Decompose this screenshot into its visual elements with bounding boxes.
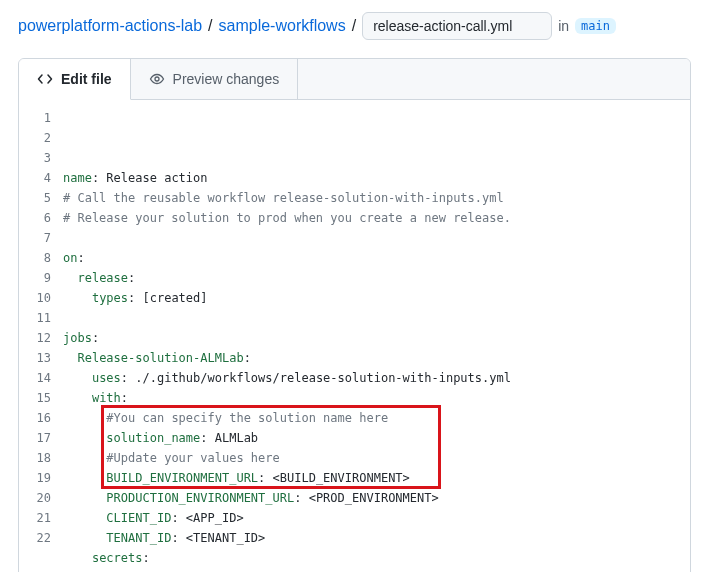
code-line: #You can specify the solution name here	[63, 408, 690, 428]
code-line: # Release your solution to prod when you…	[63, 208, 690, 228]
code-line: on:	[63, 248, 690, 268]
editor-tabs: Edit file Preview changes	[19, 59, 690, 100]
code-line: jobs:	[63, 328, 690, 348]
code-line: BUILD_ENVIRONMENT_URL: <BUILD_ENVIRONMEN…	[63, 468, 690, 488]
code-icon	[37, 71, 53, 87]
line-number-gutter: 12345678910111213141516171819202122	[19, 108, 63, 572]
code-line: #Update your values here	[63, 448, 690, 468]
line-number: 12	[19, 328, 51, 348]
line-number: 7	[19, 228, 51, 248]
line-number: 22	[19, 528, 51, 548]
code-line: release:	[63, 268, 690, 288]
line-number: 9	[19, 268, 51, 288]
line-number: 14	[19, 368, 51, 388]
code-content[interactable]: name: Release action# Call the reusable …	[63, 108, 690, 572]
code-line: solution_name: ALMLab	[63, 428, 690, 448]
line-number: 5	[19, 188, 51, 208]
line-number: 19	[19, 468, 51, 488]
code-line: envSecret: ${{ secrets.PowerPlatformSPN …	[63, 568, 690, 572]
breadcrumb-repo-link[interactable]: powerplatform-actions-lab	[18, 17, 202, 35]
code-editor[interactable]: 12345678910111213141516171819202122 name…	[19, 100, 690, 572]
line-number: 1	[19, 108, 51, 128]
line-number: 16	[19, 408, 51, 428]
line-number: 2	[19, 128, 51, 148]
line-number: 8	[19, 248, 51, 268]
code-line: Release-solution-ALMLab:	[63, 348, 690, 368]
line-number: 6	[19, 208, 51, 228]
code-line: types: [created]	[63, 288, 690, 308]
line-number: 17	[19, 428, 51, 448]
line-number: 20	[19, 488, 51, 508]
svg-point-0	[155, 77, 159, 81]
tab-edit-file[interactable]: Edit file	[19, 59, 131, 100]
line-number: 4	[19, 168, 51, 188]
tab-preview-label: Preview changes	[173, 71, 280, 87]
code-line: CLIENT_ID: <APP_ID>	[63, 508, 690, 528]
breadcrumb-separator: /	[208, 17, 212, 35]
code-line	[63, 228, 690, 248]
breadcrumb-separator: /	[352, 17, 356, 35]
code-line: uses: ./.github/workflows/release-soluti…	[63, 368, 690, 388]
code-line: with:	[63, 388, 690, 408]
line-number: 10	[19, 288, 51, 308]
code-line: PRODUCTION_ENVIRONMENT_URL: <PROD_ENVIRO…	[63, 488, 690, 508]
code-line: name: Release action	[63, 168, 690, 188]
line-number: 11	[19, 308, 51, 328]
breadcrumb-in-label: in	[558, 18, 569, 34]
line-number: 3	[19, 148, 51, 168]
line-number: 21	[19, 508, 51, 528]
branch-badge: main	[575, 18, 616, 34]
line-number: 13	[19, 348, 51, 368]
line-number: 15	[19, 388, 51, 408]
editor-container: Edit file Preview changes 12345678910111…	[18, 58, 691, 572]
tab-preview-changes[interactable]: Preview changes	[131, 59, 299, 99]
code-line	[63, 308, 690, 328]
line-number: 18	[19, 448, 51, 468]
breadcrumb: powerplatform-actions-lab / sample-workf…	[18, 12, 691, 40]
eye-icon	[149, 71, 165, 87]
code-line: secrets:	[63, 548, 690, 568]
code-line: TENANT_ID: <TENANT_ID>	[63, 528, 690, 548]
filename-input[interactable]	[362, 12, 552, 40]
tab-edit-label: Edit file	[61, 71, 112, 87]
code-line: # Call the reusable workflow release-sol…	[63, 188, 690, 208]
breadcrumb-folder-link[interactable]: sample-workflows	[219, 17, 346, 35]
